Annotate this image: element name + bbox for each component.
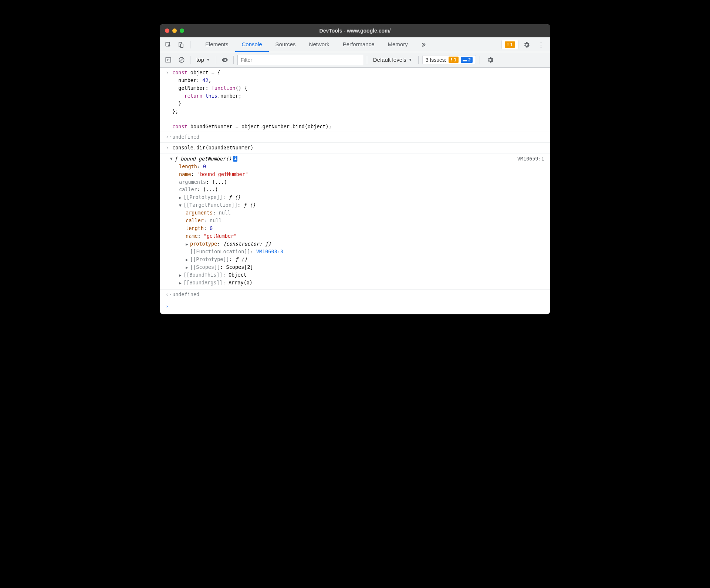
tree-prop[interactable]: length: 0 [170,224,546,232]
window-title: DevTools - www.google.com/ [160,28,550,34]
device-toggle-icon[interactable] [175,39,186,50]
console-result-row: ‹· undefined [160,132,550,143]
console-dir-output: ▼ ƒ bound getNumber() i VM10659:1 length… [160,153,550,290]
return-icon: ‹· [166,291,172,299]
console-result-row: ‹· undefined [160,290,550,300]
chevron-down-icon: ▼ [206,58,210,62]
traffic-lights [165,28,184,33]
expand-icon[interactable]: ▶ [179,195,183,201]
tabbar: Elements Console Sources Network Perform… [160,37,550,52]
expand-icon[interactable]: ▼ [179,202,183,209]
separator [367,56,367,64]
console-input-row[interactable]: › const object = { number: 42, getNumber… [160,68,550,132]
maximize-window-button[interactable] [180,28,184,33]
chevron-down-icon: ▼ [409,58,412,62]
expand-icon[interactable]: ▶ [179,272,183,278]
separator [233,56,234,64]
tab-network[interactable]: Network [302,37,336,52]
function-header: ƒ bound getNumber() [175,155,231,163]
tab-performance[interactable]: Performance [336,37,381,52]
issues-counter[interactable]: 3 Issues: !1 ▬2 [422,55,476,64]
clear-console-icon[interactable] [177,55,186,65]
tree-prop[interactable]: ▶[[Prototype]]: ƒ () [170,193,546,201]
console-prompt[interactable]: › [160,300,550,314]
warnings-badge[interactable]: !1 [501,40,518,49]
tab-memory[interactable]: Memory [381,37,415,52]
tree-prop[interactable]: ▶[[BoundArgs]]: Array(0) [170,279,546,287]
titlebar: DevTools - www.google.com/ [160,24,550,37]
prompt-icon: › [166,303,172,311]
tree-prop[interactable]: ▶[[Prototype]]: ƒ () [170,256,546,263]
expand-icon[interactable]: ▶ [186,241,190,247]
separator [190,56,190,64]
console-output: › const object = { number: 42, getNumber… [160,68,550,314]
separator [418,56,419,64]
sidebar-toggle-icon[interactable] [163,55,173,65]
tree-prop[interactable]: [[FunctionLocation]]: VM10603:3 [170,248,546,256]
console-settings-icon[interactable] [484,56,497,64]
result-undefined: undefined [172,133,546,141]
more-tabs-icon[interactable] [416,42,431,48]
vm-link[interactable]: VM10659:1 [517,155,544,163]
tree-prop[interactable]: ▶prototype: {constructor: ƒ} [170,240,546,248]
code-line: console.dir(boundGetNunmer) [172,144,546,152]
panel-tabs: Elements Console Sources Network Perform… [199,37,415,52]
expand-icon[interactable]: ▶ [186,257,190,263]
tree-prop[interactable]: caller: (...) [170,186,546,193]
tree-prop[interactable]: name: "bound getNumber" [170,170,546,178]
info-badge-icon[interactable]: i [233,156,237,162]
prompt-input[interactable] [172,303,546,311]
svg-rect-2 [180,44,183,47]
console-toolbar: top ▼ Default levels ▼ 3 Issues: !1 ▬2 [160,52,550,68]
levels-label: Default levels [373,57,406,63]
close-window-button[interactable] [165,28,169,33]
context-selector[interactable]: top ▼ [194,57,212,63]
minimize-window-button[interactable] [172,28,177,33]
function-location-link[interactable]: VM10603:3 [256,249,283,254]
inspect-icon[interactable] [163,39,174,50]
tree-prop[interactable]: name: "getNumber" [170,232,546,240]
tree-header[interactable]: ▼ ƒ bound getNumber() i VM10659:1 [170,155,546,163]
return-icon: ‹· [166,133,172,141]
prompt-icon: › [166,144,172,152]
live-expression-icon[interactable] [220,55,230,65]
log-levels-selector[interactable]: Default levels ▼ [371,57,415,63]
separator [480,56,480,64]
tab-elements[interactable]: Elements [199,37,235,52]
code-block: const object = { number: 42, getNumber: … [172,69,546,131]
tree-prop[interactable]: length: 0 [170,163,546,170]
settings-icon[interactable] [520,41,533,48]
console-input-row[interactable]: › console.dir(boundGetNunmer) [160,143,550,153]
tree-prop[interactable]: arguments: (...) [170,178,546,186]
tree-prop[interactable]: ▼[[TargetFunction]]: ƒ () [170,201,546,209]
filter-input[interactable] [237,55,363,65]
prompt-icon: › [166,69,172,131]
devtools-window: DevTools - www.google.com/ Elements Cons… [160,24,550,314]
tree-prop[interactable]: ▶[[BoundThis]]: Object [170,271,546,279]
tree-prop[interactable]: caller: null [170,217,546,224]
result-undefined: undefined [172,291,546,299]
tree-prop[interactable]: arguments: null [170,209,546,217]
tree-prop[interactable]: ▶[[Scopes]]: Scopes[2] [170,263,546,271]
context-label: top [196,57,204,63]
tab-sources[interactable]: Sources [269,37,302,52]
separator [216,56,216,64]
kebab-menu-icon[interactable]: ⋮ [535,41,547,49]
expand-icon[interactable]: ▶ [179,280,183,286]
expand-icon[interactable]: ▶ [186,264,190,271]
tab-console[interactable]: Console [235,37,269,52]
divider [190,41,190,48]
expand-icon[interactable]: ▼ [170,156,175,162]
issues-label: 3 Issues: [426,57,446,63]
svg-point-5 [224,59,225,60]
